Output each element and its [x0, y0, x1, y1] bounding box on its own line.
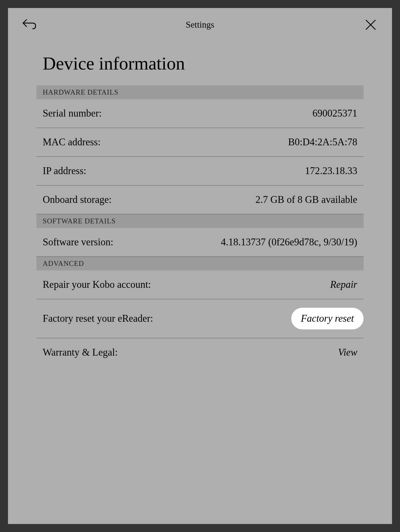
- repair-row: Repair your Kobo account: Repair: [36, 270, 364, 299]
- ip-label: IP address:: [43, 165, 86, 177]
- hardware-section-header: HARDWARE DETAILS: [36, 85, 364, 99]
- page-title: Device information: [36, 53, 364, 74]
- mac-row: MAC address: B0:D4:2A:5A:78: [36, 128, 364, 157]
- back-arrow-icon: [22, 19, 36, 30]
- storage-value: 2.7 GB of 8 GB available: [255, 194, 357, 205]
- warranty-row: Warranty & Legal: View: [36, 338, 364, 367]
- mac-label: MAC address:: [43, 136, 100, 148]
- repair-label: Repair your Kobo account:: [43, 279, 151, 290]
- settings-screen: Settings Device information HARDWARE DET…: [8, 8, 392, 524]
- header-bar: Settings: [8, 8, 392, 42]
- ip-value: 172.23.18.33: [305, 165, 357, 177]
- reset-label: Factory reset your eReader:: [43, 313, 153, 324]
- storage-row: Onboard storage: 2.7 GB of 8 GB availabl…: [36, 186, 364, 214]
- software-section-header: SOFTWARE DETAILS: [36, 214, 364, 228]
- back-button[interactable]: [22, 18, 36, 32]
- close-button[interactable]: [364, 18, 378, 32]
- version-value: 4.18.13737 (0f26e9d78c, 9/30/19): [221, 237, 357, 248]
- serial-value: 690025371: [313, 108, 358, 119]
- header-title: Settings: [186, 20, 214, 30]
- reset-row: Factory reset your eReader: Factory rese…: [36, 299, 364, 338]
- version-row: Software version: 4.18.13737 (0f26e9d78c…: [36, 228, 364, 257]
- ip-row: IP address: 172.23.18.33: [36, 157, 364, 186]
- view-warranty-button[interactable]: View: [338, 347, 357, 358]
- mac-value: B0:D4:2A:5A:78: [288, 136, 357, 148]
- version-label: Software version:: [43, 237, 113, 248]
- serial-row: Serial number: 690025371: [36, 99, 364, 128]
- repair-button[interactable]: Repair: [330, 279, 357, 290]
- advanced-section-header: ADVANCED: [36, 257, 364, 270]
- content-area: Device information HARDWARE DETAILS Seri…: [8, 42, 392, 524]
- close-icon: [365, 19, 376, 30]
- storage-label: Onboard storage:: [43, 194, 112, 205]
- factory-reset-button[interactable]: Factory reset: [291, 308, 364, 329]
- warranty-label: Warranty & Legal:: [43, 347, 118, 358]
- serial-label: Serial number:: [43, 108, 102, 119]
